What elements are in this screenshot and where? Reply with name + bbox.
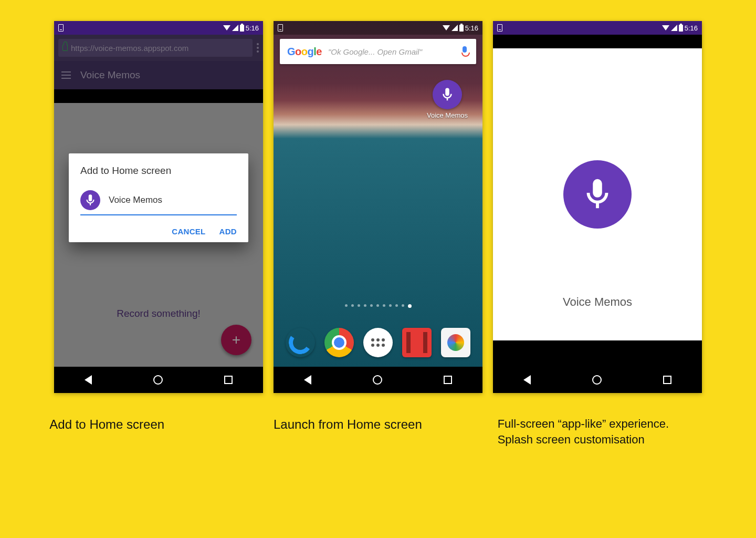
nav-recent-button[interactable] — [224, 376, 233, 384]
wallpaper — [274, 21, 482, 367]
wifi-icon — [662, 25, 669, 30]
page-indicator — [274, 304, 482, 308]
google-logo: Google — [287, 46, 322, 58]
wifi-icon — [443, 25, 450, 30]
signal-icon — [671, 25, 677, 31]
android-nav-bar — [493, 367, 702, 393]
battery-icon — [679, 25, 683, 32]
phone-home-screen: 5:16 Google "Ok Google... Open Gmail" Vo… — [274, 21, 482, 393]
android-nav-bar — [54, 367, 263, 393]
status-bar: 5:16 — [493, 21, 702, 35]
status-time: 5:16 — [685, 24, 698, 32]
splash-app-title: Voice Memos — [563, 295, 632, 309]
google-search-widget[interactable]: Google "Ok Google... Open Gmail" — [280, 39, 476, 64]
status-time: 5:16 — [465, 24, 478, 32]
android-nav-bar — [274, 367, 482, 393]
search-placeholder: "Ok Google... Open Gmail" — [328, 47, 454, 56]
chrome-app-icon[interactable] — [324, 328, 354, 357]
camera-app-icon[interactable] — [441, 328, 470, 357]
splash-screen: Voice Memos — [493, 48, 702, 340]
phone-add-to-home: 5:16 https://voice-memos.appspot.com Voi… — [54, 21, 263, 393]
battery-icon — [459, 25, 464, 32]
app-drawer-icon[interactable] — [363, 328, 393, 357]
play-movies-icon[interactable] — [402, 328, 432, 357]
add-button[interactable]: ADD — [219, 227, 237, 236]
caption-2: Launch from Home screen — [274, 416, 482, 447]
signal-icon — [232, 25, 238, 31]
notification-icon — [497, 24, 502, 32]
shortcut-name-input[interactable]: Voice Memos — [109, 195, 237, 205]
nav-recent-button[interactable] — [444, 376, 452, 384]
dock — [274, 328, 482, 357]
notification-icon — [278, 24, 283, 32]
battery-icon — [240, 25, 244, 32]
wifi-icon — [223, 25, 230, 30]
shortcut-label: Voice Memos — [427, 111, 468, 119]
phone-splash-screen: 5:16 Voice Memos — [493, 21, 702, 393]
nav-back-button[interactable] — [523, 375, 531, 385]
status-bar: 5:16 — [274, 21, 482, 35]
nav-home-button[interactable] — [592, 375, 602, 385]
voice-search-icon[interactable] — [460, 46, 469, 57]
status-bar: 5:16 — [54, 21, 263, 35]
notification-icon — [58, 24, 64, 32]
status-time: 5:16 — [246, 24, 259, 32]
nav-home-button[interactable] — [373, 375, 382, 385]
cancel-button[interactable]: CANCEL — [172, 227, 205, 236]
caption-3: Full-screen “app-like” experience. Splas… — [498, 416, 707, 447]
add-to-home-dialog: Add to Home screen Voice Memos CANCEL AD… — [69, 153, 248, 242]
phone-app-icon[interactable] — [286, 328, 315, 357]
voice-memos-shortcut[interactable]: Voice Memos — [427, 80, 468, 119]
signal-icon — [452, 25, 458, 31]
caption-1: Add to Home screen — [49, 416, 258, 447]
dialog-title: Add to Home screen — [80, 165, 237, 177]
nav-back-button[interactable] — [304, 375, 311, 385]
nav-home-button[interactable] — [153, 375, 163, 385]
app-icon — [80, 190, 100, 210]
splash-app-icon — [563, 160, 632, 229]
nav-back-button[interactable] — [85, 375, 92, 385]
nav-recent-button[interactable] — [663, 376, 671, 384]
